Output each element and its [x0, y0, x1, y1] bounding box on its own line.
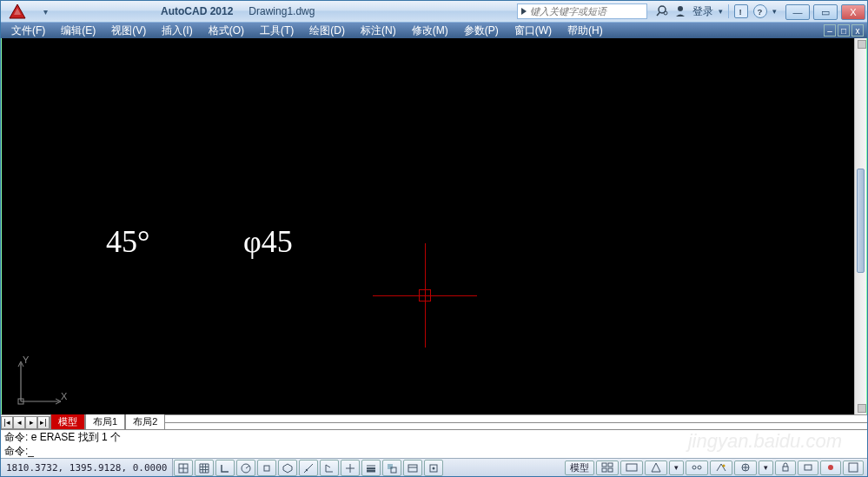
svg-point-16: [306, 468, 308, 470]
osnap3d-button[interactable]: [278, 460, 297, 476]
transparency-button[interactable]: [382, 460, 401, 476]
menu-edit[interactable]: 编辑(E): [54, 23, 103, 39]
login-label[interactable]: 登录: [692, 4, 713, 19]
layout-tab-bar: |◂ ◂ ▸ ▸| 模型 布局1 布局2: [1, 414, 867, 429]
svg-rect-22: [388, 464, 393, 469]
menu-param[interactable]: 参数(P): [457, 23, 506, 39]
svg-point-35: [723, 465, 726, 467]
qat-dropdown-icon[interactable]: ▾: [39, 5, 51, 17]
menu-insert[interactable]: 插入(I): [155, 23, 199, 39]
otrack-button[interactable]: [299, 460, 318, 476]
svg-rect-38: [805, 465, 812, 470]
svg-text:!: !: [739, 7, 741, 17]
qp-button[interactable]: [403, 460, 422, 476]
help-icon[interactable]: ?: [753, 4, 767, 18]
doc-restore-button[interactable]: □: [838, 24, 850, 36]
quick-access-toolbar: ▾: [34, 5, 56, 17]
svg-rect-29: [608, 463, 613, 467]
app-logo[interactable]: [1, 1, 34, 23]
tab-layout1[interactable]: 布局1: [85, 414, 125, 430]
svg-point-27: [433, 467, 435, 469]
menu-format[interactable]: 格式(O): [202, 23, 251, 39]
annoscale-icon[interactable]: [645, 460, 667, 475]
svg-rect-37: [783, 467, 788, 471]
menu-draw[interactable]: 绘图(D): [302, 23, 352, 39]
ducs-button[interactable]: [320, 460, 339, 476]
cleanscreen-icon[interactable]: [843, 460, 864, 475]
doc-close-button[interactable]: x: [851, 24, 864, 36]
scrollbar-thumb[interactable]: [857, 169, 865, 273]
svg-rect-24: [408, 465, 417, 472]
svg-rect-32: [626, 464, 637, 471]
tab-nav-next-icon[interactable]: ▸: [25, 416, 37, 429]
close-button[interactable]: X: [841, 4, 865, 20]
menu-view[interactable]: 视图(V): [104, 23, 153, 39]
minimize-button[interactable]: —: [785, 4, 810, 20]
status-bar: 1810.3732, 1395.9128, 0.0000 模型 ▾: [1, 458, 867, 476]
help-search[interactable]: [517, 3, 647, 19]
play-icon: [521, 8, 527, 15]
menu-window[interactable]: 窗口(W): [507, 23, 559, 39]
drawing-canvas[interactable]: 45° φ45 Y X: [1, 38, 867, 414]
exchange-icon[interactable]: !: [734, 4, 748, 18]
snap-button[interactable]: [174, 460, 193, 476]
ws-dropdown[interactable]: ▾: [759, 460, 773, 475]
annoscale-dropdown[interactable]: ▾: [669, 460, 684, 475]
command-line[interactable]: 命令: e ERASE 找到 1 个 命令:: [1, 429, 867, 458]
canvas-text-angle: 45°: [106, 223, 149, 260]
tab-nav-last-icon[interactable]: ▸|: [37, 416, 50, 429]
ucs-icon: Y X: [16, 358, 68, 406]
quickview-layouts-icon[interactable]: [596, 460, 619, 475]
menu-tools[interactable]: 工具(T): [253, 23, 301, 39]
isolate-icon[interactable]: [820, 460, 841, 475]
svg-line-15: [304, 464, 313, 473]
svg-point-33: [692, 466, 696, 469]
coordinate-readout[interactable]: 1810.3732, 1395.9128, 0.0000: [1, 459, 173, 476]
search-input[interactable]: [530, 6, 634, 17]
sc-button[interactable]: [424, 460, 443, 476]
grid-button[interactable]: [195, 460, 214, 476]
svg-rect-14: [264, 466, 269, 471]
doc-minimize-button[interactable]: –: [824, 24, 836, 36]
command-prompt[interactable]: 命令:: [4, 444, 864, 458]
title-bar: ▾ AutoCAD 2012 Drawing1.dwg 登录 ▾ ! ? ▾ —…: [1, 1, 867, 23]
polar-button[interactable]: [236, 460, 255, 476]
lineweight-button[interactable]: [361, 460, 381, 476]
vertical-scrollbar[interactable]: [854, 38, 866, 414]
modelspace-button[interactable]: 模型: [565, 460, 594, 475]
hardware-accel-icon[interactable]: [798, 460, 818, 475]
dyn-button[interactable]: [341, 460, 360, 476]
menu-help[interactable]: 帮助(H): [560, 23, 610, 39]
command-history-line: 命令: e ERASE 找到 1 个: [4, 430, 864, 444]
svg-point-2: [664, 11, 667, 15]
svg-rect-31: [608, 468, 613, 472]
svg-point-3: [678, 6, 683, 11]
annoauto-icon[interactable]: [710, 460, 732, 475]
workspace-icon[interactable]: [734, 460, 757, 475]
svg-line-13: [246, 466, 249, 468]
svg-point-34: [698, 466, 701, 469]
tab-nav-first-icon[interactable]: |◂: [1, 416, 13, 429]
user-icon[interactable]: [673, 4, 687, 18]
document-name: Drawing1.dwg: [248, 5, 315, 17]
ortho-button[interactable]: [215, 460, 235, 476]
menu-bar: 文件(F) 编辑(E) 视图(V) 插入(I) 格式(O) 工具(T) 绘图(D…: [1, 23, 867, 38]
svg-rect-28: [602, 463, 606, 467]
tab-layout2[interactable]: 布局2: [125, 414, 165, 430]
svg-rect-30: [602, 468, 606, 472]
annovis-icon[interactable]: [686, 460, 708, 475]
maximize-button[interactable]: ▭: [813, 4, 838, 20]
menu-dim[interactable]: 标注(N): [354, 23, 403, 39]
menu-modify[interactable]: 修改(M): [405, 23, 455, 39]
osnap-button[interactable]: [257, 460, 276, 476]
tab-nav-prev-icon[interactable]: ◂: [13, 416, 25, 429]
svg-rect-40: [849, 463, 858, 472]
svg-point-39: [828, 465, 833, 470]
svg-text:?: ?: [758, 7, 763, 17]
app-name: AutoCAD 2012: [161, 5, 233, 17]
quickview-drawings-icon[interactable]: [620, 460, 643, 475]
search-icon[interactable]: [654, 4, 668, 18]
menu-file[interactable]: 文件(F): [4, 23, 52, 39]
tab-model[interactable]: 模型: [50, 414, 85, 430]
toolbar-lock-icon[interactable]: [775, 460, 796, 475]
